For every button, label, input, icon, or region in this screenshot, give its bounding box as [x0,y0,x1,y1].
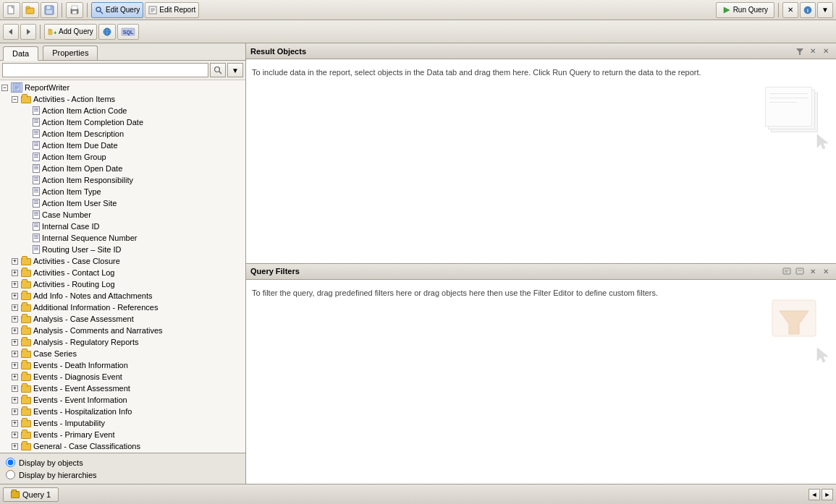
events-diagnosis-toggle[interactable]: + [12,374,18,380]
info-button[interactable]: i [800,2,816,18]
tree-field-group[interactable]: Action Item Group [0,151,245,163]
tree-folder-events-death[interactable]: + Events - Death Information [0,359,245,371]
tree-field-internal-case-id[interactable]: Internal Case ID [0,221,245,232]
help-dropdown-button[interactable]: ▼ [817,2,833,18]
query-filters-panel: Query Filters ✕ ✕ To filter the query, d… [246,264,836,484]
query-filters-content: To filter the query, drag predefined fil… [246,280,836,484]
tree-folder-routing-log[interactable]: + Activities - Routing Log [0,278,245,290]
events-primary-label: Events - Primary Event [33,430,114,439]
root-toggle[interactable]: − [1,85,8,91]
tree-field-responsibility[interactable]: Action Item Responsibility [0,174,245,186]
print-button[interactable] [66,2,83,18]
search-button[interactable] [210,63,226,77]
nav-left-button[interactable]: ◄ [808,489,820,500]
result-close-icon[interactable]: ✕ [820,46,832,57]
tree-field-user-site[interactable]: Action Item User Site [0,197,245,209]
forward-button[interactable] [20,24,36,40]
additional-info-toggle[interactable]: + [12,304,18,311]
events-hospitalization-toggle[interactable]: + [12,409,18,415]
nav-right-button[interactable]: ► [822,489,833,500]
field-description-label: Action Item Description [42,129,124,138]
tab-properties[interactable]: Properties [43,46,98,60]
activities-action-label: Activities - Action Items [33,95,115,103]
tree-root[interactable]: − ReportWriter [0,82,245,93]
query-tab-folder-icon [11,491,20,498]
open-button[interactable] [22,2,39,18]
search-input[interactable] [2,63,208,77]
tree-field-due-date[interactable]: Action Item Due Date [0,140,245,151]
field-icon [33,118,40,127]
tree-folder-general-case[interactable]: + General - Case Classifications [0,440,245,452]
filter-icon-1[interactable] [781,265,793,277]
search-bar: ▼ [0,61,245,80]
back-button[interactable] [3,24,19,40]
edit-query-button[interactable]: Edit Query [91,2,143,18]
events-death-toggle[interactable]: + [12,362,18,369]
svg-rect-41 [796,268,803,274]
tree-field-type[interactable]: Action Item Type [0,186,245,197]
svg-text:SQL: SQL [123,30,134,35]
tree-field-action-code[interactable]: Action Item Action Code [0,105,245,116]
field-icon [33,106,40,115]
tree-folder-events-hospitalization[interactable]: + Events - Hospitalization Info [0,406,245,417]
search-dropdown-button[interactable]: ▼ [227,63,243,77]
field-open-date-label: Action Item Open Date [42,164,122,173]
tree-field-case-number[interactable]: Case Number [0,209,245,221]
activities-action-toggle[interactable]: − [12,96,18,103]
query-tab-1[interactable]: Query 1 [3,487,59,502]
run-query-button[interactable]: Run Query [716,2,774,18]
tree-folder-analysis-case[interactable]: + Analysis - Case Assessment [0,313,245,325]
tree-folder-events-info[interactable]: + Events - Event Information [0,394,245,406]
tree-folder-analysis-regulatory[interactable]: + Analysis - Regulatory Reports [0,336,245,348]
radio-display-hierarchies[interactable]: Display by hierarchies [6,469,240,481]
folder-icon [21,374,31,381]
globe-button[interactable] [98,24,116,40]
tree-field-completion-date[interactable]: Action Item Completion Date [0,116,245,128]
analysis-comments-label: Analysis - Comments and Narratives [33,326,163,335]
tree-folder-events-imputability[interactable]: + Events - Imputability [0,417,245,429]
analysis-regulatory-toggle[interactable]: + [12,339,18,346]
tree-folder-events-primary[interactable]: + Events - Primary Event [0,429,245,440]
tree-field-open-date[interactable]: Action Item Open Date [0,163,245,174]
tab-data[interactable]: Data [3,46,38,61]
tree-folder-analysis-comments[interactable]: + Analysis - Comments and Narratives [0,325,245,336]
filter-icon-2[interactable] [794,265,806,277]
tree-field-routing-user[interactable]: Routing User – Site ID [0,244,245,255]
save-button[interactable] [41,2,58,18]
analysis-comments-toggle[interactable]: + [12,328,18,334]
radio-display-objects[interactable]: Display by objects [6,456,240,469]
tree-folder-activities-action-items[interactable]: − Activities - Action Items [0,93,245,105]
add-info-toggle[interactable]: + [12,293,18,299]
general-case-toggle[interactable]: + [12,443,18,450]
tree-field-description[interactable]: Action Item Description [0,128,245,140]
tree-folder-case-closure[interactable]: + Activities - Case Closure [0,255,245,267]
edit-report-button[interactable]: Edit Report [145,2,199,18]
events-info-toggle[interactable]: + [12,397,18,403]
add-query-button[interactable]: + Add Query [44,24,97,40]
tree-folder-case-series[interactable]: + Case Series [0,348,245,359]
contact-log-toggle[interactable]: + [12,270,18,276]
tree-folder-add-info[interactable]: + Add Info - Notes and Attachments [0,290,245,302]
tree-folder-events-assessment[interactable]: + Events - Event Assessment [0,383,245,394]
case-series-toggle[interactable]: + [12,351,18,357]
result-filter-icon[interactable] [794,46,806,57]
close-button[interactable]: ✕ [782,2,798,18]
folder-icon [21,304,31,312]
sql-button[interactable]: SQL [117,24,139,40]
analysis-case-toggle[interactable]: + [12,316,18,323]
events-imputability-toggle[interactable]: + [12,420,18,427]
routing-log-toggle[interactable]: + [12,281,18,288]
filter-close-icon[interactable]: ✕ [820,265,832,277]
tree-container[interactable]: − ReportWriter − Activities - Action Ite… [0,80,245,453]
tree-field-internal-seq[interactable]: Internal Sequence Number [0,232,245,244]
events-assessment-toggle[interactable]: + [12,385,18,392]
filter-x-icon[interactable]: ✕ [807,265,819,277]
case-closure-toggle[interactable]: + [12,258,18,265]
tree-folder-additional-info[interactable]: + Additional Information - References [0,302,245,313]
tree-folder-contact-log[interactable]: + Activities - Contact Log [0,267,245,278]
result-x-icon[interactable]: ✕ [807,46,819,57]
tree-folder-events-diagnosis[interactable]: + Events - Diagnosis Event [0,371,245,383]
new-button[interactable] [3,2,20,18]
field-user-site-label: Action Item User Site [42,199,117,208]
events-primary-toggle[interactable]: + [12,432,18,438]
